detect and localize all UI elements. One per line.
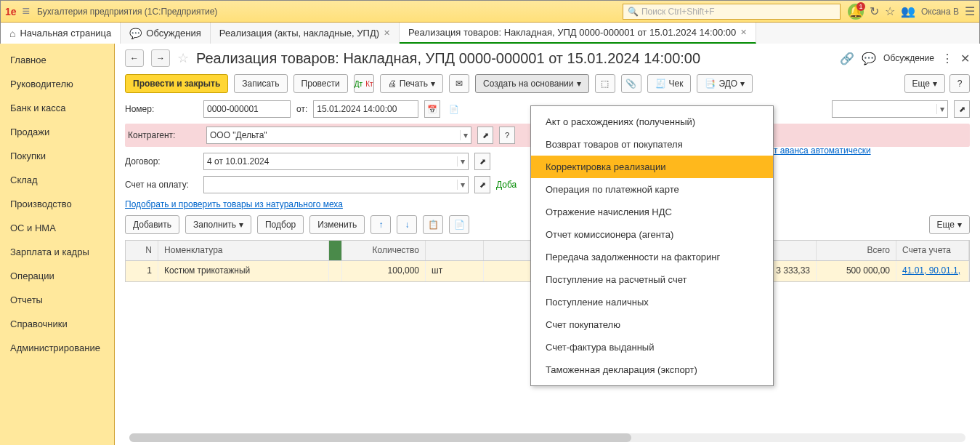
sidebar-item-stock[interactable]: Склад (0, 168, 114, 192)
dd-cash-receipt[interactable]: Поступление наличных (531, 291, 773, 313)
tab-realization-doc[interactable]: Реализация товаров: Накладная, УПД 0000-… (400, 23, 756, 44)
tab-realization-list[interactable]: Реализация (акты, накладные, УПД) ✕ (211, 23, 400, 44)
toolbar: Провести и закрыть Записать Провести ДтК… (125, 74, 970, 93)
star-icon[interactable]: ☆ (885, 4, 895, 18)
sidebar-item-production[interactable]: Производство (0, 192, 114, 216)
dd-customer-invoice[interactable]: Счет покупателю (531, 313, 773, 336)
close-panel-icon[interactable]: ✕ (960, 52, 970, 65)
col-n[interactable]: N (126, 241, 158, 260)
sidebar-item-operations[interactable]: Операции (0, 264, 114, 288)
dd-vat-accrual[interactable]: Отражение начисления НДС (531, 201, 773, 223)
org-input[interactable]: ▾ (832, 100, 948, 118)
discuss-icon[interactable]: 💬 (862, 52, 876, 65)
sub-more-button[interactable]: Еще ▾ (929, 215, 970, 234)
dd-factoring[interactable]: Передача задолженности на факторинг (531, 246, 773, 268)
add-link[interactable]: Доба (496, 180, 517, 190)
open-invoice-button[interactable]: ⬈ (474, 176, 490, 193)
dd-commissioner-report[interactable]: Отчет комиссионера (агента) (531, 223, 773, 246)
h-scrollbar[interactable] (129, 433, 965, 442)
sidebar-item-reports[interactable]: Отчеты (0, 288, 114, 312)
more-icon[interactable]: ⋮ (941, 52, 953, 65)
dd-discrepancy-act[interactable]: Акт о расхождениях (полученный) (531, 111, 773, 133)
titlebar: 1e ≡ Бухгалтерия предприятия (1С:Предпри… (1, 1, 979, 23)
sidebar-item-purchase[interactable]: Покупки (0, 144, 114, 168)
chat-icon: 💬 (129, 28, 142, 39)
sidebar: Главное Руководителю Банк и касса Продаж… (0, 44, 115, 445)
sidebar-item-main[interactable]: Главное (0, 48, 114, 72)
related-button[interactable]: ⬚ (595, 74, 615, 93)
select-button[interactable]: Подбор (257, 215, 304, 234)
save-button[interactable]: Записать (234, 74, 287, 93)
sidebar-item-sales[interactable]: Продажи (0, 120, 114, 144)
history-icon[interactable]: ↻ (870, 4, 879, 18)
tab-bar: ⌂ Начальная страница 💬 Обсуждения Реализ… (1, 23, 979, 44)
forward-button[interactable]: → (151, 49, 170, 67)
dt-kt-button[interactable]: ДтКт (354, 74, 374, 93)
copy-button[interactable]: 📋 (423, 215, 443, 234)
dd-customs-declaration[interactable]: Таможенная декларация (экспорт) (531, 358, 773, 381)
link-icon[interactable]: 🔗 (840, 52, 854, 65)
calendar-button[interactable]: 📅 (424, 100, 440, 118)
sidebar-item-assets[interactable]: ОС и НМА (0, 216, 114, 240)
bell-icon[interactable]: 🔔 (848, 4, 864, 20)
more-button[interactable]: Еще ▾ (904, 74, 945, 93)
col-total[interactable]: Всего (817, 241, 896, 260)
col-nomenclature[interactable]: Номенклатура (158, 241, 329, 260)
dd-card-operation[interactable]: Операция по платежной карте (531, 178, 773, 201)
date-input[interactable]: 15.01.2024 14:00:00 (313, 100, 418, 118)
tab-discussions[interactable]: 💬 Обсуждения (121, 23, 211, 44)
dd-correction[interactable]: Корректировка реализации (531, 156, 773, 178)
settings-icon[interactable]: ☰ (965, 4, 975, 18)
back-button[interactable]: ← (125, 49, 144, 67)
number-input[interactable]: 0000-000001 (203, 100, 291, 118)
close-icon[interactable]: ✕ (740, 28, 747, 37)
open-button[interactable]: ⬈ (954, 100, 970, 118)
create-based-button[interactable]: Создать на основании ▾ (475, 74, 589, 93)
tab-home[interactable]: ⌂ Начальная страница (1, 23, 121, 44)
advance-link[interactable]: т аванса автоматически (774, 145, 871, 156)
post-button[interactable]: Провести (293, 74, 348, 93)
print-button[interactable]: 🖨 Печать ▾ (380, 74, 443, 93)
help-button[interactable]: ? (949, 74, 970, 93)
sidebar-item-manager[interactable]: Руководителю (0, 72, 114, 96)
user-name[interactable]: Оксана В (921, 7, 959, 17)
counterparty-input[interactable]: ООО "Дельта"▾ (206, 127, 471, 144)
mail-button[interactable]: ✉ (449, 74, 469, 93)
fur-link[interactable]: Подобрать и проверить товары из натураль… (125, 199, 343, 209)
app-title: Бухгалтерия предприятия (1С:Предприятие) (37, 7, 217, 17)
discuss-label[interactable]: Обсуждение (883, 53, 934, 63)
sidebar-item-admin[interactable]: Администрирование (0, 336, 114, 360)
check-button[interactable]: 🧾 Чек (647, 74, 692, 93)
post-close-button[interactable]: Провести и закрыть (125, 74, 228, 93)
sidebar-item-payroll[interactable]: Зарплата и кадры (0, 240, 114, 264)
invoice-input[interactable]: ▾ (203, 176, 469, 193)
dd-invoice-issued[interactable]: Счет-фактура выданный (531, 336, 773, 358)
add-row-button[interactable]: Добавить (125, 215, 179, 234)
change-button[interactable]: Изменить (309, 215, 365, 234)
col-accounts[interactable]: Счета учета (896, 241, 969, 260)
open-contract-button[interactable]: ⬈ (474, 153, 490, 170)
close-icon[interactable]: ✕ (384, 28, 390, 38)
paste-button[interactable]: 📄 (449, 215, 469, 234)
move-up-button[interactable]: ↑ (370, 215, 391, 234)
user-icon[interactable]: 👥 (901, 4, 915, 18)
sidebar-item-bank[interactable]: Банк и касса (0, 96, 114, 120)
col-quantity[interactable]: Количество (342, 241, 426, 260)
move-down-button[interactable]: ↓ (397, 215, 417, 234)
dd-bank-receipt[interactable]: Поступление на расчетный счет (531, 268, 773, 291)
accounts-link[interactable]: 41.01, 90.01.1, (902, 265, 960, 276)
fill-button[interactable]: Заполнить ▾ (185, 215, 251, 234)
sidebar-item-catalogs[interactable]: Справочники (0, 312, 114, 336)
number-label: Номер: (125, 104, 198, 114)
col-marker (329, 241, 342, 260)
create-based-dropdown: Акт о расхождениях (полученный) Возврат … (530, 105, 774, 386)
contract-input[interactable]: 4 от 10.01.2024▾ (203, 153, 469, 170)
attach-button[interactable]: 📎 (621, 74, 641, 93)
favorite-icon[interactable]: ☆ (177, 50, 189, 66)
search-input[interactable]: 🔍 Поиск Ctrl+Shift+F (623, 4, 841, 20)
counterparty-help-button[interactable]: ? (499, 127, 515, 144)
dd-return-goods[interactable]: Возврат товаров от покупателя (531, 133, 773, 156)
menu-icon[interactable]: ≡ (23, 4, 31, 19)
edo-button[interactable]: 📑 ЭДО ▾ (697, 74, 753, 93)
open-counterparty-button[interactable]: ⬈ (477, 127, 493, 144)
